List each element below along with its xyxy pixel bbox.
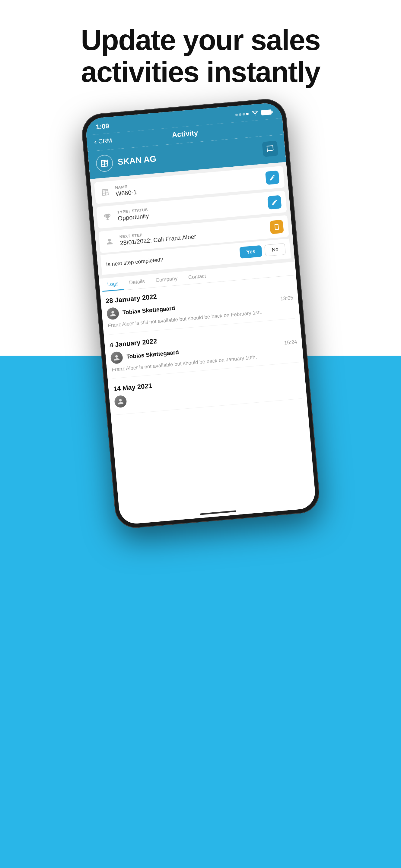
pencil-icon-2 <box>271 198 278 206</box>
status-time: 1:09 <box>95 122 109 131</box>
info-section: NAME W660-1 <box>90 162 294 279</box>
status-icons <box>235 110 271 118</box>
avatar-1 <box>106 307 119 320</box>
tab-company[interactable]: Company <box>149 272 183 287</box>
phone-mockup: 1:09 <box>80 97 321 530</box>
log-user-3 <box>114 395 127 408</box>
chat-icon <box>266 145 274 153</box>
company-icon <box>95 154 114 173</box>
next-step-icon <box>104 236 115 247</box>
avatar-2 <box>110 351 123 364</box>
tab-logs[interactable]: Logs <box>101 277 124 292</box>
tab-contact[interactable]: Contact <box>182 269 212 285</box>
logs-section: 28 January 2022 Tobias Skøttegaard <box>100 275 307 415</box>
name-edit-button[interactable] <box>265 170 279 185</box>
log-name-1: Tobias Skøttegaard <box>122 305 175 316</box>
tab-details[interactable]: Details <box>123 274 150 290</box>
log-time-2: 15:24 <box>284 339 297 346</box>
log-time-1: 13:05 <box>280 295 293 302</box>
chat-button[interactable] <box>262 141 278 157</box>
nav-title: Activity <box>171 129 198 139</box>
yes-button[interactable]: Yes <box>239 245 262 258</box>
no-button[interactable]: No <box>264 243 286 256</box>
signal-dot-4 <box>246 113 249 116</box>
name-icon <box>99 187 111 198</box>
pencil-icon <box>268 174 276 181</box>
avatar-3 <box>114 395 127 408</box>
signal-dot-2 <box>239 113 241 116</box>
hero-headline: Update your sales activities instantly <box>36 24 365 88</box>
next-step-question: Is next step completed? <box>106 256 163 268</box>
type-edit-button[interactable] <box>267 195 282 210</box>
name-content: NAME W660-1 <box>115 173 261 197</box>
screen-content: SKAN AG <box>87 134 316 525</box>
back-arrow-icon: ‹ <box>93 137 96 146</box>
company-info: SKAN AG <box>95 150 157 173</box>
back-button[interactable]: ‹ CRM <box>93 136 112 146</box>
phone-screen: 1:09 <box>85 102 316 525</box>
phone-icon <box>273 223 280 230</box>
type-content: TYPE / STATUS Opportunity <box>117 197 264 222</box>
signal-dot-3 <box>242 113 245 116</box>
company-name: SKAN AG <box>117 154 156 167</box>
next-step-phone-button[interactable] <box>269 220 284 234</box>
log-name-2: Tobias Skøttegaard <box>126 349 179 360</box>
building-icon <box>99 158 110 168</box>
battery-icon <box>261 110 271 116</box>
yes-no-buttons: Yes No <box>239 243 286 258</box>
back-label: CRM <box>98 137 112 145</box>
phone-outer-frame: 1:09 <box>80 97 321 530</box>
wifi-icon <box>251 111 258 116</box>
signal-dot-1 <box>235 114 238 116</box>
type-icon <box>102 211 113 223</box>
hero-section: Update your sales activities instantly <box>0 0 401 106</box>
